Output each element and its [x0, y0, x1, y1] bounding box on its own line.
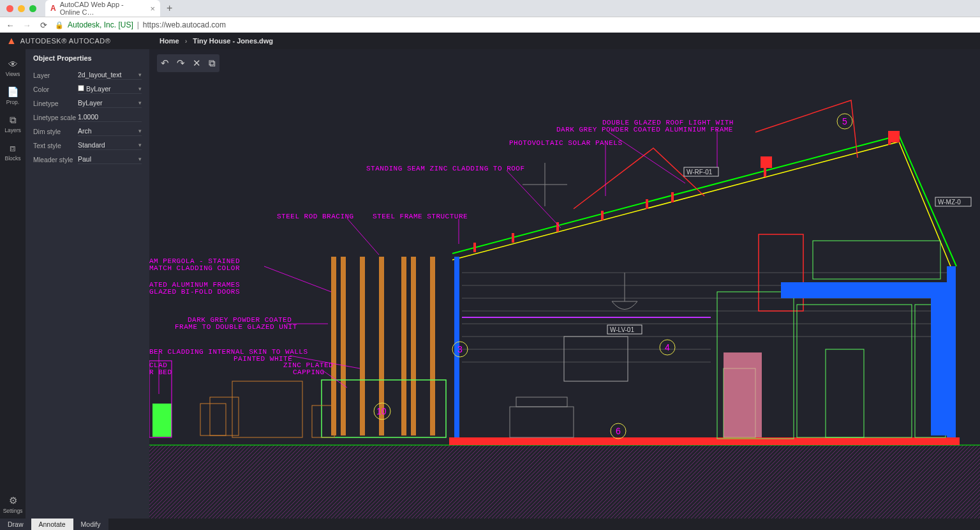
breadcrumb-file[interactable]: Tiny House - Jones.dwg: [193, 37, 273, 45]
nav-views[interactable]: 👁 Views: [0, 54, 26, 82]
svg-rect-27: [826, 349, 864, 437]
tab-close-icon[interactable]: ×: [150, 4, 155, 13]
property-label: Text style: [33, 142, 78, 149]
address-bar[interactable]: 🔒 Autodesk, Inc. [US] | https://web.auto…: [55, 20, 226, 29]
forward-button[interactable]: →: [22, 20, 32, 30]
svg-rect-3: [948, 437, 960, 445]
cad-drawing[interactable]: STANDING SEAM ZINC CLADDING TO ROOF DOUB…: [149, 49, 980, 519]
property-value: Arch: [78, 127, 92, 135]
annotation-text: PAINTED WHITE: [234, 355, 292, 363]
cad-tag: W-RF-01: [684, 167, 718, 176]
svg-rect-2: [449, 437, 461, 445]
tab-modify[interactable]: Modify: [73, 519, 108, 530]
svg-rect-37: [360, 257, 365, 435]
lock-icon: 🔒: [55, 21, 64, 29]
nav-label: Prop.: [6, 99, 19, 105]
svg-text:4: 4: [665, 342, 670, 352]
chevron-down-icon: ▾: [138, 128, 142, 134]
tab-draw[interactable]: Draw: [0, 519, 31, 530]
svg-rect-45: [312, 405, 334, 437]
circle-mark: 5: [837, 114, 852, 129]
chevron-down-icon: ▾: [138, 142, 142, 148]
property-field[interactable]: Standard▾: [78, 141, 142, 150]
property-label: Color: [33, 86, 78, 93]
svg-text:3: 3: [457, 344, 463, 354]
svg-rect-34: [516, 397, 567, 407]
left-furniture: [200, 381, 334, 437]
property-row[interactable]: Text styleStandard▾: [33, 139, 142, 153]
close-window-icon[interactable]: [6, 5, 13, 12]
svg-rect-41: [430, 257, 435, 435]
svg-rect-33: [510, 407, 574, 437]
sofa: [510, 397, 574, 437]
svg-rect-13: [761, 156, 772, 168]
right-wall: [947, 266, 956, 439]
breadcrumb-home[interactable]: Home: [160, 37, 179, 45]
svg-rect-42: [200, 404, 226, 435]
back-button[interactable]: ←: [5, 20, 15, 30]
maximize-window-icon[interactable]: [29, 5, 36, 12]
property-row[interactable]: Linetype scale1.0000: [33, 110, 142, 125]
svg-rect-30: [931, 298, 947, 435]
floor-slab: [449, 437, 960, 445]
circle-mark: 4: [660, 340, 675, 355]
breadcrumb-sep: ›: [185, 37, 188, 45]
nav-rail: 👁 Views 📄 Prop. ⧉ Layers ⧈ Blocks ⚙ Sett…: [0, 49, 26, 519]
property-value: ByLayer: [78, 99, 103, 107]
tab-annotate[interactable]: Annotate: [31, 519, 73, 530]
nav-prop[interactable]: 📄 Prop.: [0, 82, 26, 110]
nav-settings[interactable]: ⚙ Settings: [0, 490, 26, 519]
svg-rect-40: [411, 257, 416, 435]
svg-rect-39: [401, 257, 406, 435]
tab-favicon: A: [50, 4, 56, 13]
svg-rect-44: [232, 381, 302, 437]
chevron-down-icon: ▾: [138, 100, 142, 106]
annotation-text: STEEL FRAME STRUCTURE: [373, 213, 468, 220]
property-field[interactable]: Arch▾: [78, 127, 142, 136]
svg-text:6: 6: [616, 426, 621, 436]
annotation-text: CAPPING: [293, 368, 325, 376]
annotation-text: STEEL ROD BRACING: [277, 213, 354, 220]
app-header: ▲ AUTODESK® AUTOCAD® Home › Tiny House -…: [0, 33, 980, 49]
property-field[interactable]: Paul▾: [78, 155, 142, 164]
svg-rect-35: [331, 257, 336, 435]
svg-rect-12: [888, 131, 900, 142]
brand-text: AUTODESK® AUTOCAD®: [20, 37, 111, 45]
nav-blocks[interactable]: ⧈ Blocks: [0, 138, 26, 166]
chevron-down-icon: ▾: [138, 156, 142, 162]
property-field[interactable]: 1.0000: [78, 113, 142, 122]
window-controls[interactable]: [6, 5, 36, 12]
property-row[interactable]: Mleader stylePaul▾: [33, 153, 142, 167]
property-row[interactable]: LinetypeByLayer▾: [33, 96, 142, 110]
property-field[interactable]: ByLayer▾: [78, 99, 142, 108]
minimize-window-icon[interactable]: [18, 5, 25, 12]
nav-label: Settings: [3, 508, 23, 514]
nav-layers[interactable]: ⧉ Layers: [0, 110, 26, 138]
annotation-text: FRAME TO DOUBLE GLAZED UNIT: [175, 323, 297, 331]
ground-hatch: [149, 445, 980, 519]
autodesk-logo-icon: ▲: [6, 35, 17, 47]
properties-icon: 📄: [7, 86, 19, 98]
drawing-canvas[interactable]: ↶ ↷ ✕ ⧉: [149, 49, 980, 519]
property-row[interactable]: Layer2d_layout_text▾: [33, 68, 142, 82]
property-row[interactable]: ColorByLayer▾: [33, 82, 142, 96]
tab-title: AutoCAD Web App - Online C…: [60, 1, 143, 16]
property-label: Dim style: [33, 128, 78, 135]
blocks-icon: ⧈: [10, 142, 16, 154]
annotation-text: STANDING SEAM ZINC CLADDING TO ROOF: [366, 165, 525, 172]
new-tab-button[interactable]: +: [167, 3, 172, 14]
reload-button[interactable]: ⟳: [38, 20, 48, 30]
svg-text:10: 10: [376, 406, 387, 416]
url-org: Autodesk, Inc. [US]: [68, 20, 133, 29]
url: https://web.autocad.com: [143, 20, 226, 29]
bottom-tab-bar: Draw Annotate Modify: [0, 519, 980, 530]
roof-outline: [452, 135, 956, 266]
browser-toolbar: ← → ⟳ 🔒 Autodesk, Inc. [US] | https://we…: [0, 17, 980, 33]
nav-label: Views: [6, 71, 20, 77]
property-row[interactable]: Dim styleArch▾: [33, 125, 142, 139]
properties-title: Object Properties: [33, 54, 142, 62]
property-field[interactable]: ByLayer▾: [78, 85, 142, 94]
property-field[interactable]: 2d_layout_text▾: [78, 71, 142, 80]
svg-rect-36: [341, 257, 346, 435]
browser-tab[interactable]: A AutoCAD Web App - Online C… ×: [45, 0, 160, 17]
